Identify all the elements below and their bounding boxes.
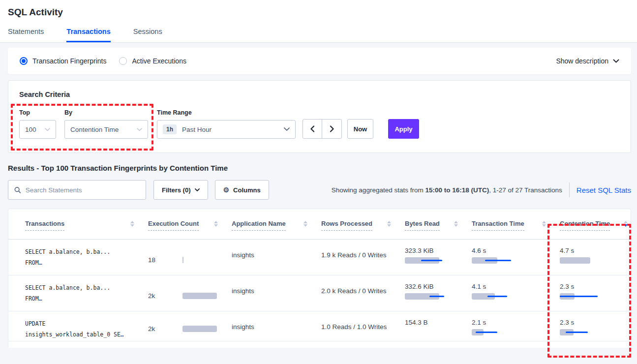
columns-button[interactable]: ⚙ Columns	[215, 180, 269, 200]
transaction-time-cell: 2.1 s	[472, 311, 560, 341]
radio-selected-icon	[20, 57, 28, 65]
contention-time-cell-bar-chart	[560, 257, 629, 264]
column-header-label: Application Name	[232, 220, 286, 231]
stats-time-range: 15:00 to 16:18 (UTC)	[425, 186, 489, 194]
time-range-field: Time Range 1h Past Hour	[157, 109, 296, 139]
bytes-read-cell-value: 323.3 KiB	[405, 247, 472, 254]
mean-bar	[560, 257, 590, 264]
results-controls: Filters (0) ⚙ Columns Showing aggregated…	[8, 180, 631, 200]
transaction-fingerprint-link[interactable]: SELECT a.balance, b.ba... FROM…	[25, 240, 148, 275]
contention-time-cell: 2.3 s	[560, 311, 631, 341]
transaction-time-cell-bar-chart	[472, 293, 541, 300]
bytes-read-cell-value: 154.3 B	[405, 319, 472, 326]
time-range-badge: 1h	[163, 124, 177, 134]
sort-icon[interactable]	[454, 221, 458, 227]
table-body: SELECT a.balance, b.ba... FROM…18insight…	[8, 240, 631, 341]
bytes-read-cell-bar-chart	[405, 293, 474, 300]
now-button[interactable]: Now	[347, 119, 373, 139]
transaction-time-cell: 4.6 s	[472, 240, 560, 275]
bytes-read-cell: 323.3 KiB	[405, 240, 472, 275]
transaction-fingerprint-link[interactable]: SELECT a.balance, b.ba... FROM…	[25, 275, 148, 311]
column-header-transactions[interactable]: Transactions	[25, 220, 148, 239]
tab-bar: Statements Transactions Sessions	[8, 28, 629, 42]
top-select[interactable]: 100	[19, 120, 56, 139]
by-select-value: Contention Time	[70, 126, 137, 133]
radio-unselected-icon	[119, 57, 127, 65]
view-toggle-bar: Transaction Fingerprints Active Executio…	[8, 48, 631, 74]
execution-count-bar	[182, 326, 217, 332]
radio-label: Transaction Fingerprints	[32, 57, 106, 65]
std-dev-line	[560, 296, 598, 297]
column-header-rows-processed[interactable]: Rows Processed	[321, 220, 405, 239]
column-header-label: Bytes Read	[405, 220, 440, 231]
reset-sql-stats-link[interactable]: Reset SQL Stats	[576, 186, 631, 194]
page-title: SQL Activity	[8, 7, 629, 18]
top-select-value: 100	[25, 126, 45, 133]
transaction-fingerprint-link[interactable]: UPDATE insights_workload_table_0 SE…	[25, 311, 148, 341]
search-criteria-title: Search Criteria	[19, 91, 620, 98]
std-dev-line	[485, 260, 511, 261]
show-description-toggle[interactable]: Show description	[556, 57, 619, 65]
std-dev-line	[476, 332, 497, 333]
search-statements-box	[8, 180, 146, 200]
filters-button[interactable]: Filters (0)	[153, 180, 208, 200]
time-range-value: Past Hour	[182, 126, 284, 133]
rows-processed-cell: 2.0 k Reads / 0 Writes	[321, 275, 405, 311]
contention-time-cell-value: 4.7 s	[560, 247, 631, 254]
search-icon	[14, 186, 21, 194]
chevron-down-icon	[613, 59, 619, 63]
contention-time-cell-bar-chart	[560, 329, 629, 335]
transaction-time-cell-bar-chart	[472, 329, 541, 335]
bytes-read-cell: 332.6 KiB	[405, 275, 472, 311]
execution-count-bar	[182, 257, 183, 263]
contention-time-cell-value: 2.3 s	[560, 283, 631, 290]
execution-count-value: 2k	[148, 292, 182, 300]
time-range-select[interactable]: 1h Past Hour	[157, 120, 296, 139]
sort-icon[interactable]	[542, 221, 546, 227]
sort-icon[interactable]	[624, 221, 628, 227]
sort-icon[interactable]	[303, 221, 307, 227]
tab-transactions[interactable]: Transactions	[66, 28, 110, 42]
next-time-button[interactable]	[322, 120, 341, 138]
tab-statements[interactable]: Statements	[8, 28, 44, 42]
previous-time-button[interactable]	[303, 120, 322, 138]
radio-active-executions[interactable]: Active Executions	[119, 57, 186, 65]
chevron-right-icon	[330, 125, 334, 132]
column-header-contention-time[interactable]: Contention Time	[560, 220, 631, 239]
search-statements-input[interactable]	[26, 186, 140, 194]
sort-icon[interactable]	[387, 221, 391, 227]
time-range-label: Time Range	[157, 109, 296, 116]
search-criteria-card: Search Criteria Top 100 By Contention Ti…	[8, 80, 631, 153]
application-name-cell: insights	[232, 275, 321, 311]
sort-icon[interactable]	[214, 221, 218, 227]
tab-sessions[interactable]: Sessions	[133, 28, 162, 42]
bytes-read-cell: 154.3 B	[405, 311, 472, 341]
table-row: SELECT a.balance, b.ba... FROM…2kinsight…	[8, 275, 631, 311]
execution-count-value: 18	[148, 256, 182, 264]
transactions-table-card: TransactionsExecution CountApplication N…	[8, 209, 631, 348]
column-header-execution-count[interactable]: Execution Count	[148, 220, 232, 239]
sort-icon[interactable]	[130, 221, 134, 227]
search-criteria-fields: Top 100 By Contention Time Time Range 1h…	[19, 109, 620, 139]
column-header-transaction-time[interactable]: Transaction Time	[472, 220, 560, 239]
by-select[interactable]: Contention Time	[64, 120, 148, 139]
apply-button[interactable]: Apply	[388, 119, 419, 139]
column-header-bytes-read[interactable]: Bytes Read	[405, 220, 472, 239]
columns-label: Columns	[233, 186, 261, 194]
column-header-application-name[interactable]: Application Name	[232, 220, 321, 239]
execution-count-cell: 2k	[148, 311, 232, 341]
contention-time-cell-bar-chart	[560, 293, 629, 300]
column-header-label: Transaction Time	[472, 220, 524, 231]
time-nav-group	[303, 119, 342, 139]
radio-transaction-fingerprints[interactable]: Transaction Fingerprints	[20, 57, 106, 65]
aggregated-stats-text: Showing aggregated stats from 15:00 to 1…	[332, 186, 562, 194]
column-header-label: Transactions	[25, 220, 64, 231]
application-name-cell: insights	[232, 311, 321, 341]
transaction-time-cell-value: 4.6 s	[472, 247, 560, 254]
results-title: Results - Top 100 Transaction Fingerprin…	[8, 164, 629, 172]
std-dev-line	[421, 260, 442, 261]
execution-count-cell: 18	[148, 240, 232, 275]
execution-count-cell: 2k	[148, 275, 232, 311]
contention-time-cell-value: 2.3 s	[560, 319, 631, 326]
column-header-label: Execution Count	[148, 220, 199, 231]
